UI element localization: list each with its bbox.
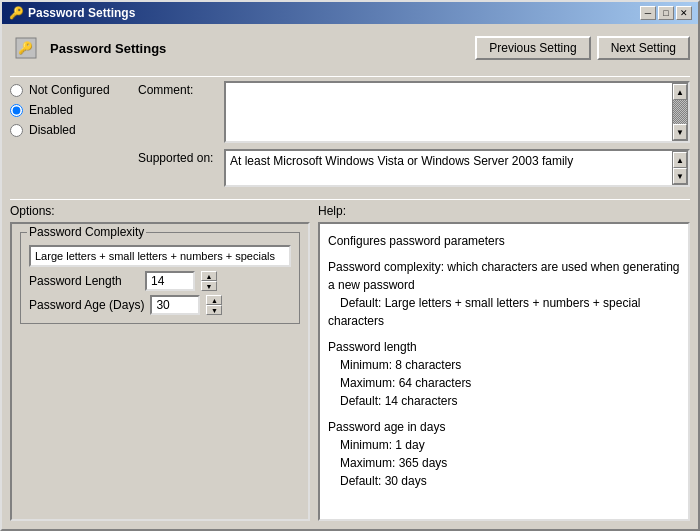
help-panel: Configures password parameters Password …: [318, 222, 690, 521]
radio-not-configured-label: Not Configured: [29, 83, 110, 97]
radio-column: Not Configured Enabled Disabled: [10, 81, 130, 187]
help-age: Password age in days Minimum: 1 day Maxi…: [328, 418, 680, 490]
length-input[interactable]: 14: [145, 271, 195, 291]
help-complexity-default: Default: Large letters + small letters +…: [328, 296, 640, 328]
title-bar: 🔑 Password Settings ─ □ ✕: [2, 2, 698, 24]
radio-not-configured-input[interactable]: [10, 84, 23, 97]
header-icon: 🔑: [10, 32, 42, 64]
help-age-title: Password age in days: [328, 420, 445, 434]
radio-disabled-label: Disabled: [29, 123, 76, 137]
bottom-panels: Password Complexity Large letters + smal…: [10, 222, 690, 521]
complexity-dropdown-row: Large letters + small letters + numbers …: [29, 245, 291, 267]
comment-label: Comment:: [138, 81, 218, 97]
svg-text:🔑: 🔑: [18, 40, 33, 55]
radio-disabled-input[interactable]: [10, 124, 23, 137]
help-intro-text: Configures password parameters: [328, 234, 505, 248]
help-age-min: Minimum: 1 day: [328, 438, 425, 452]
window-icon: 🔑: [8, 5, 24, 21]
divider-1: [10, 76, 690, 77]
help-label: Help:: [318, 204, 346, 218]
radio-disabled[interactable]: Disabled: [10, 123, 130, 137]
age-spin-up[interactable]: ▲: [206, 295, 222, 305]
top-form: Not Configured Enabled Disabled Comment:: [10, 81, 690, 187]
header-buttons: Previous Setting Next Setting: [475, 36, 690, 60]
comment-row: Comment: ▲ ▼: [138, 81, 690, 143]
header-section: 🔑 Password Settings Previous Setting Nex…: [10, 32, 690, 64]
section-labels: Options: Help:: [10, 204, 690, 218]
close-button[interactable]: ✕: [676, 6, 692, 20]
length-spinner-buttons: ▲ ▼: [201, 271, 217, 291]
length-spin-down[interactable]: ▼: [201, 281, 217, 291]
scroll-up-btn[interactable]: ▲: [673, 84, 687, 100]
maximize-button[interactable]: □: [658, 6, 674, 20]
comment-textarea[interactable]: [226, 83, 672, 141]
supported-scroll-up[interactable]: ▲: [673, 152, 687, 168]
header-title: Password Settings: [50, 41, 467, 56]
help-complexity: Password complexity: which characters ar…: [328, 258, 680, 330]
form-fields: Comment: ▲ ▼ Supported on: At least: [138, 81, 690, 187]
comment-field-wrapper: ▲ ▼: [224, 81, 690, 143]
help-age-default: Default: 30 days: [328, 474, 427, 488]
help-length-min: Minimum: 8 characters: [328, 358, 461, 372]
age-row: Password Age (Days) 30 ▲ ▼: [29, 295, 291, 315]
options-label: Options:: [10, 204, 318, 218]
supported-scroll-down[interactable]: ▼: [673, 168, 687, 184]
help-age-max: Maximum: 365 days: [328, 456, 447, 470]
length-row: Password Length 14 ▲ ▼: [29, 271, 291, 291]
length-spin-up[interactable]: ▲: [201, 271, 217, 281]
divider-2: [10, 199, 690, 200]
help-intro: Configures password parameters: [328, 232, 680, 250]
window-title: Password Settings: [28, 6, 135, 20]
minimize-button[interactable]: ─: [640, 6, 656, 20]
supported-row: Supported on: At least Microsoft Windows…: [138, 149, 690, 187]
age-input[interactable]: 30: [150, 295, 200, 315]
age-label: Password Age (Days): [29, 298, 144, 312]
length-label: Password Length: [29, 274, 139, 288]
radio-enabled[interactable]: Enabled: [10, 103, 130, 117]
help-length-max: Maximum: 64 characters: [328, 376, 471, 390]
supported-scrollbar[interactable]: ▲ ▼: [672, 151, 688, 185]
help-length-title: Password length: [328, 340, 417, 354]
help-complexity-title: Password complexity: which characters ar…: [328, 260, 680, 292]
help-length: Password length Minimum: 8 characters Ma…: [328, 338, 680, 410]
supported-value: At least Microsoft Windows Vista or Wind…: [226, 151, 672, 185]
age-spinner-buttons: ▲ ▼: [206, 295, 222, 315]
next-setting-button[interactable]: Next Setting: [597, 36, 690, 60]
radio-enabled-input[interactable]: [10, 104, 23, 117]
previous-setting-button[interactable]: Previous Setting: [475, 36, 590, 60]
age-spin-down[interactable]: ▼: [206, 305, 222, 315]
radio-enabled-label: Enabled: [29, 103, 73, 117]
help-length-default: Default: 14 characters: [328, 394, 457, 408]
comment-scrollbar[interactable]: ▲ ▼: [672, 83, 688, 141]
options-panel: Password Complexity Large letters + smal…: [10, 222, 310, 521]
group-title: Password Complexity: [27, 225, 146, 239]
scroll-down-btn[interactable]: ▼: [673, 124, 687, 140]
complexity-dropdown[interactable]: Large letters + small letters + numbers …: [29, 245, 291, 267]
radio-not-configured[interactable]: Not Configured: [10, 83, 130, 97]
password-complexity-group: Password Complexity Large letters + smal…: [20, 232, 300, 324]
supported-field-wrapper: At least Microsoft Windows Vista or Wind…: [224, 149, 690, 187]
scroll-track: [673, 100, 687, 124]
window-controls: ─ □ ✕: [640, 6, 692, 20]
supported-label: Supported on:: [138, 149, 218, 165]
